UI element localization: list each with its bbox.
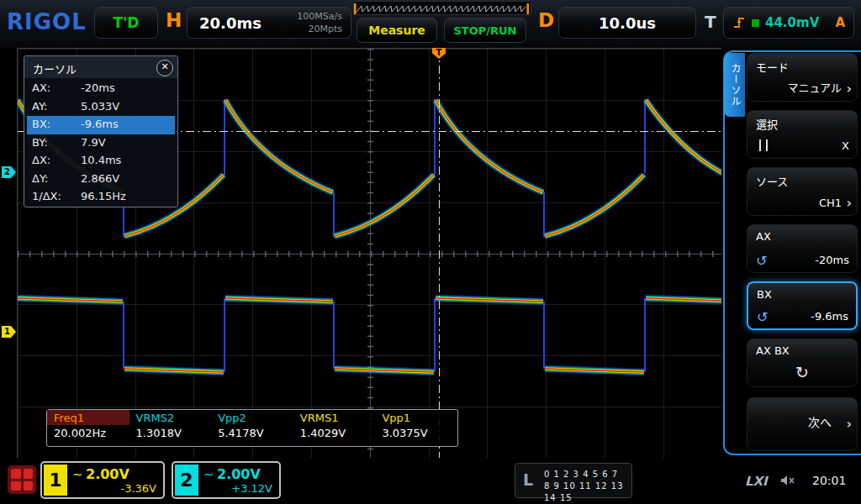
ch1-status-box[interactable]: 1 ~ 2.00V -3.36V: [40, 461, 165, 499]
cursor-row-inv-dx: 1/ΔX: 96.15Hz: [27, 188, 175, 207]
ch1-scale: 2.00V: [86, 466, 129, 482]
cursor-panel-title: カーソル: [33, 60, 77, 76]
ch1-badge: 1: [44, 465, 67, 496]
chevron-right-icon: ›: [846, 416, 852, 432]
cursor-panel-header: カーソル ✕: [24, 56, 177, 78]
menu-item-axbx[interactable]: AX BX ↻: [747, 339, 858, 387]
logic-analyzer-box[interactable]: L 0 1 2 3 4 5 6 7 8 9 10 11 12 13 14 15: [515, 463, 632, 498]
swap-rotate-icon: ↻: [795, 363, 809, 381]
top-bar: RIGOL T'D H 20.0ms 100MSa/s 20Mpts Measu…: [0, 0, 861, 48]
trigger-coupling-icon: [752, 19, 759, 27]
menu-item-select[interactable]: 選択 X: [747, 110, 858, 159]
knob-icon: ↺: [756, 253, 767, 269]
trigger-flag: A: [835, 15, 845, 30]
ch2-badge: 2: [175, 465, 198, 496]
cursor-select-icon: [758, 139, 771, 151]
lxi-logo: LXI: [745, 474, 768, 489]
menu-item-ax[interactable]: AX ↺ -20ms: [747, 224, 858, 273]
delay-label: D: [538, 9, 554, 31]
trigger-level-value: 44.0mV: [765, 15, 819, 30]
measurement-vpp2: Vpp2 5.4178V: [211, 410, 293, 446]
cursor-readout-panel: カーソル ✕ AX: -20ms AY: 5.033V BX: -9.6ms B…: [24, 55, 178, 207]
close-icon[interactable]: ✕: [156, 60, 173, 76]
main-menu-button[interactable]: [8, 465, 36, 494]
cursor-menu-tab[interactable]: カーソル: [724, 53, 745, 117]
timebase-value: 20.0ms: [199, 14, 261, 32]
horizontal-label: H: [166, 9, 182, 31]
measurement-freq1: Freq1 20.002Hz: [47, 410, 129, 446]
ch2-ground-marker[interactable]: 2: [2, 166, 16, 178]
rigol-logo: RIGOL: [7, 9, 87, 34]
measure-button[interactable]: Measure: [357, 18, 437, 43]
measurement-bar: Freq1 20.002Hz VRMS2 1.3018V Vpp2 5.4178…: [46, 409, 458, 447]
cursor-row-bx-selected: BX: -9.6ms: [27, 116, 175, 134]
knob-icon: ↺: [757, 309, 768, 325]
chevron-right-icon: ›: [846, 195, 852, 211]
clock: 20:01: [812, 474, 846, 487]
cursor-row-dx: ΔX: 10.4ms: [27, 152, 175, 171]
measurement-vrms2: VRMS2 1.3018V: [129, 410, 212, 446]
trigger-box[interactable]: 44.0mV A: [723, 7, 854, 39]
trigger-label: T: [705, 12, 716, 32]
sidebar-menu: カーソル モード マニュアル › 選択 X ソース CH1 › AX ↺ -20…: [721, 48, 861, 458]
trigger-slope-icon: [732, 16, 746, 29]
waveform-overview: [353, 1, 531, 15]
timebase-box[interactable]: 20.0ms 100MSa/s 20Mpts: [187, 7, 351, 39]
chevron-right-icon: ›: [846, 81, 852, 97]
digital-channels-row1: 0 1 2 3 4 5 6 7: [544, 469, 631, 480]
delay-value: 10.0us: [559, 8, 695, 39]
ch1-offset: -3.36V: [120, 482, 156, 495]
logic-analyzer-label: L: [523, 470, 533, 489]
cursor-row-by: BY: 7.9V: [27, 134, 175, 153]
overview-zigzag-icon: [354, 3, 529, 14]
ch1-coupling-icon: ~: [72, 467, 83, 482]
menu-item-mode[interactable]: モード マニュアル ›: [747, 53, 858, 102]
menu-item-bx-selected[interactable]: BX ↺ -9.6ms: [747, 281, 858, 330]
cursor-row-ay: AY: 5.033V: [27, 98, 175, 117]
ch2-scale: 2.00V: [217, 466, 261, 482]
menu-item-next-page[interactable]: 次へ ›: [747, 397, 858, 451]
ch2-status-box[interactable]: 2 ~ 2.00V +3.12V: [172, 461, 281, 499]
sound-muted-icon: [780, 475, 795, 486]
measurement-vpp1: Vpp1 3.0375V: [375, 410, 457, 446]
trigger-status-badge: T'D: [94, 7, 158, 39]
menu-item-source[interactable]: ソース CH1 ›: [747, 167, 858, 216]
delay-box[interactable]: 10.0us: [558, 7, 696, 39]
ch1-ground-marker[interactable]: 1: [2, 326, 16, 338]
cursor-row-dy: ΔY: 2.866V: [27, 171, 175, 189]
run-stop-button[interactable]: STOP/RUN: [444, 18, 526, 43]
sample-rate: 100MSa/s: [297, 10, 342, 23]
memory-depth: 20Mpts: [297, 23, 342, 35]
trigger-status-text: T'D: [95, 8, 157, 39]
cursor-readout-rows: AX: -20ms AY: 5.033V BX: -9.6ms BY: 7.9V…: [27, 80, 175, 207]
ch2-coupling-icon: ~: [203, 467, 214, 482]
status-bar: 1 ~ 2.00V -3.36V 2 ~ 2.00V +3.12V L 0 1 …: [0, 458, 861, 504]
cursor-row-ax: AX: -20ms: [27, 80, 175, 98]
ch2-offset: +3.12V: [231, 482, 272, 495]
digital-channels-row2: 8 9 10 11 12 13 14 15: [544, 480, 631, 504]
measurement-vrms1: VRMS1 1.4029V: [293, 410, 376, 446]
